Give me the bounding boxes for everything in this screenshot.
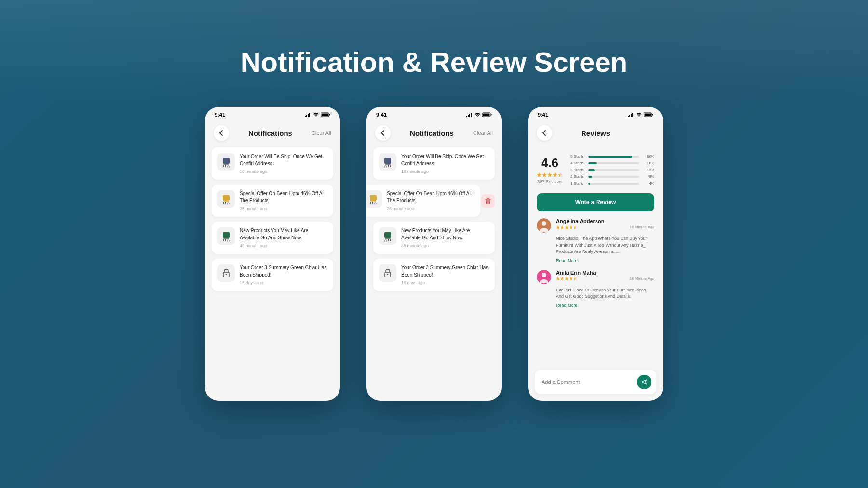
read-more-link[interactable]: Read More [556, 303, 654, 308]
svg-line-15 [225, 202, 226, 204]
svg-line-40 [374, 202, 374, 204]
svg-line-44 [385, 239, 385, 241]
notification-title: Your Order Will Be Ship. Once We Get Con… [240, 153, 327, 167]
rating-bar-pct: 8% [642, 174, 654, 179]
notification-time: 16 minute ago [401, 169, 489, 174]
svg-line-21 [227, 239, 227, 241]
reviewer-name: Anila Erin Maha [556, 270, 654, 276]
review-text: Nice Studio, The App Where You Can Buy Y… [556, 236, 654, 255]
rating-bar-pct: 86% [642, 154, 654, 158]
read-more-link[interactable]: Read More [556, 258, 654, 263]
notification-icon [217, 153, 235, 171]
svg-line-20 [225, 239, 226, 241]
svg-line-37 [370, 202, 371, 204]
svg-line-16 [227, 202, 227, 204]
clear-all-button[interactable]: Clear All [473, 130, 493, 136]
review-item: Anila Erin Maha 16 Minute Ago Exellent P… [537, 270, 654, 308]
notification-title: Special Offer On Bean Upto 46% Off All T… [387, 190, 475, 204]
review-header: Anila Erin Maha 16 Minute Ago [537, 270, 654, 284]
notification-card[interactable]: Special Offer On Bean Upto 46% Off All T… [212, 185, 333, 217]
battery-icon [482, 112, 492, 117]
notification-content: Your Order 3 Summery Green Chiar Has Bee… [240, 264, 327, 285]
phone-notifications-swiped: 9:41 Notifications Clear All Your Order … [366, 107, 502, 401]
notification-icon [217, 227, 235, 245]
send-button[interactable] [637, 375, 651, 389]
svg-line-18 [223, 239, 224, 241]
back-button[interactable] [537, 125, 552, 141]
notification-time: 49 minute ago [240, 243, 327, 248]
svg-point-60 [542, 273, 546, 277]
signal-icon [305, 112, 312, 117]
rating-bar-row: 1 Stars 4% [570, 181, 654, 185]
rating-bar-track [588, 176, 639, 178]
rating-bar-track [588, 169, 639, 171]
review-stars [556, 277, 577, 280]
notification-content: Special Offer On Bean Upto 46% Off All T… [240, 190, 327, 211]
notification-icon [379, 227, 396, 245]
reviewer-name: Angelina Anderson [556, 218, 654, 224]
svg-line-19 [229, 239, 229, 241]
notification-time: 16 minute ago [240, 169, 327, 174]
back-button[interactable] [375, 125, 391, 141]
rating-bar-label: 1 Stars [570, 181, 586, 185]
rating-count: 367 Reviews [537, 179, 562, 184]
notification-card[interactable]: Your Order Will Be Ship. Once We Get Con… [373, 147, 495, 180]
delete-button[interactable] [481, 194, 495, 208]
notification-card[interactable]: New Products You May Like Are Available … [212, 222, 333, 254]
reviews-summary: 4.6 367 Reviews 5 Starts 86% 4 Starts 16… [528, 147, 663, 190]
notification-list: Your Order Will Be Ship. Once We Get Con… [366, 147, 502, 291]
rating-bar-fill [588, 176, 592, 178]
rating-bar-row: 2 Starts 8% [570, 174, 654, 179]
signal-icon [628, 112, 635, 117]
write-review-button[interactable]: Write a Review [537, 193, 654, 211]
svg-line-9 [229, 165, 229, 167]
rating-bars: 5 Starts 86% 4 Starts 16% 3 Starts 12% 2… [570, 154, 654, 185]
clear-all-button[interactable]: Clear All [312, 130, 331, 136]
comment-input[interactable] [542, 379, 637, 385]
notification-time: 26 minute ago [240, 206, 327, 211]
notification-card[interactable]: Your Order Will Be Ship. Once We Get Con… [212, 147, 333, 180]
notification-time: 26 minute ago [387, 206, 475, 211]
avatar [537, 218, 551, 233]
notification-card[interactable]: Your Order 3 Summery Green Chiar Has Bee… [373, 259, 495, 291]
notification-title: New Products You May Like Are Available … [401, 227, 489, 241]
notification-icon [366, 190, 382, 208]
rating-bar-label: 4 Starts [570, 161, 586, 165]
review-text: Exellent Place To Discuss Your Furniture… [556, 287, 654, 300]
wifi-icon [475, 112, 481, 117]
notification-title: Your Order 3 Summery Green Chiar Has Bee… [401, 264, 489, 278]
back-button[interactable] [214, 125, 229, 141]
rating-stars [537, 172, 563, 177]
status-bar: 9:41 [528, 107, 663, 120]
svg-rect-26 [469, 114, 470, 117]
review-header: Angelina Anderson 16 Minute Ago [537, 218, 654, 233]
notification-card[interactable]: Your Order 3 Summery Green Chiar Has Bee… [212, 259, 333, 291]
svg-rect-30 [491, 114, 492, 116]
notification-card[interactable]: Special Offer On Bean Upto 46% Off All T… [366, 185, 480, 217]
svg-rect-17 [223, 238, 229, 239]
notification-title: Your Order 3 Summery Green Chiar Has Bee… [240, 264, 327, 278]
review-stars-row: 16 Minute Ago [556, 225, 654, 229]
rating-bar-row: 4 Starts 16% [570, 161, 654, 165]
notification-content: Special Offer On Bean Upto 46% Off All T… [387, 190, 475, 211]
screen-header: Notifications Clear All [205, 120, 340, 147]
wifi-icon [313, 112, 319, 117]
svg-line-33 [390, 165, 391, 167]
review-list: Angelina Anderson 16 Minute Ago Nice Stu… [528, 218, 663, 308]
rating-bar-track [588, 183, 639, 185]
svg-line-34 [387, 165, 387, 167]
notification-card[interactable]: New Products You May Like Are Available … [373, 222, 495, 254]
svg-line-11 [227, 165, 227, 167]
notification-list: Your Order Will Be Ship. Once We Get Con… [205, 147, 340, 291]
arrow-left-icon [541, 130, 548, 136]
phone-notifications: 9:41 Notifications Clear All Your Order … [205, 107, 340, 401]
review-time: 16 Minute Ago [630, 225, 654, 229]
page-title: Notification & Review Screen [0, 0, 868, 102]
svg-rect-36 [370, 201, 376, 202]
notification-time: 16 days ago [240, 280, 327, 285]
review-meta: Anila Erin Maha 16 Minute Ago [556, 270, 654, 281]
svg-rect-50 [628, 116, 629, 117]
notification-content: New Products You May Like Are Available … [240, 227, 327, 248]
comment-bar [535, 370, 656, 394]
notification-icon [379, 153, 396, 171]
